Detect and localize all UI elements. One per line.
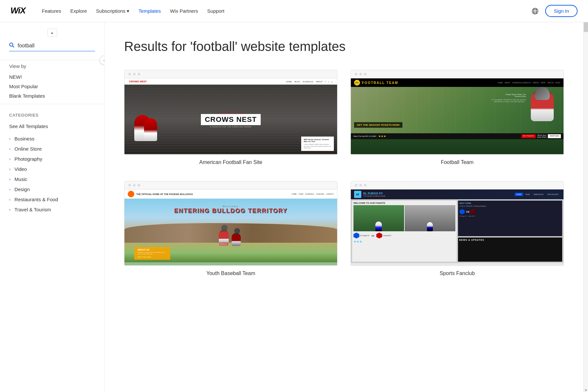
main-layout: ▲ ‹ View by NEW! Most Popular Blank Temp… — [0, 22, 588, 392]
view-option-blank-templates[interactable]: Blank Templates — [9, 91, 95, 101]
globe-icon[interactable] — [531, 8, 539, 15]
edit-button-4[interactable]: Edit — [460, 218, 481, 229]
categories-label: Categories — [9, 113, 95, 118]
view-button-4[interactable]: View — [433, 218, 456, 229]
category-item-photography[interactable]: › Photography — [9, 154, 95, 164]
sidebar-scroll-top: ▲ — [0, 29, 104, 39]
wix-logo[interactable]: WiX — [10, 5, 30, 17]
scrollbar-thumb[interactable] — [584, 22, 588, 32]
template-card-sports-fanclub[interactable]: EF EL FUEGO FC The Ultimate Unofficial F… — [351, 181, 564, 276]
template-preview-3: THE OFFICIAL HOME OF THE PHOENIX BULLDOG… — [124, 181, 337, 266]
sidebar-scroll-up-button[interactable]: ▲ — [47, 29, 57, 37]
view-option-new[interactable]: NEW! — [9, 72, 95, 82]
nav-support[interactable]: Support — [207, 8, 224, 14]
search-input[interactable] — [18, 43, 95, 49]
template-preview-4: EF EL FUEGO FC The Ultimate Unofficial F… — [351, 181, 564, 266]
chevron-right-icon: › — [9, 136, 10, 141]
category-item-design[interactable]: › Design — [9, 184, 95, 194]
template-name-3: Youth Baseball Team — [124, 270, 337, 276]
view-button-2[interactable]: View — [433, 106, 456, 118]
template-card-youth-baseball[interactable]: THE OFFICIAL HOME OF THE PHOENIX BULLDOG… — [124, 181, 337, 276]
edit-button-2[interactable]: Edit — [460, 106, 481, 118]
nav-links: Features Explore Subscriptions ▾ Templat… — [42, 8, 531, 14]
svg-point-6 — [10, 43, 13, 46]
template-card-football-team[interactable]: FT FOOTBALL TEAM HOME ABOUT SCHEDULE & R… — [351, 70, 564, 165]
results-title: Results for 'football' website templates — [124, 39, 564, 54]
template-name-1: American Football Fan Site — [124, 159, 337, 165]
chevron-right-icon: › — [9, 167, 10, 172]
chevron-right-icon: › — [9, 187, 10, 192]
nav-wix-partners[interactable]: Wix Partners — [170, 8, 198, 14]
template-card-american-football-fan[interactable]: CROWS NEST HOMEBLOGSCHEDULEABOUT fty — [124, 70, 337, 165]
search-icon — [9, 42, 14, 49]
search-container — [0, 39, 104, 57]
view-by-section: View by NEW! Most Popular Blank Template… — [0, 63, 104, 101]
chevron-right-icon: › — [9, 146, 10, 151]
template-name-4: Sports Fanclub — [351, 270, 564, 276]
sign-in-button[interactable]: Sign In — [545, 5, 578, 17]
see-all-templates-link[interactable]: See All Templates — [9, 122, 95, 131]
nav-right: Sign In — [531, 5, 578, 17]
scrollbar: ▲ ▼ — [583, 22, 588, 392]
category-item-travel-tourism[interactable]: › Travel & Tourism — [9, 204, 95, 215]
category-item-video[interactable]: › Video — [9, 164, 95, 174]
view-option-most-popular[interactable]: Most Popular — [9, 82, 95, 91]
nav-explore[interactable]: Explore — [70, 8, 87, 14]
scroll-down-arrow[interactable]: ▼ — [584, 388, 588, 392]
sidebar-divider-2 — [0, 104, 104, 104]
search-box — [9, 42, 95, 51]
chevron-right-icon: › — [9, 177, 10, 182]
nav-subscriptions[interactable]: Subscriptions ▾ — [96, 8, 129, 14]
chevron-right-icon: › — [9, 207, 10, 212]
svg-line-7 — [13, 46, 14, 48]
nav-templates[interactable]: Templates — [139, 8, 161, 14]
category-item-music[interactable]: › Music — [9, 174, 95, 184]
template-name-2: Football Team — [351, 159, 564, 165]
chevron-down-icon: ▾ — [127, 8, 129, 14]
sidebar: ▲ ‹ View by NEW! Most Popular Blank Temp… — [0, 22, 105, 392]
sidebar-divider-1 — [0, 60, 104, 60]
categories-section: Categories See All Templates › Business … — [0, 107, 104, 220]
top-navigation: WiX Features Explore Subscriptions ▾ Tem… — [0, 0, 588, 22]
svg-text:WiX: WiX — [10, 6, 26, 15]
chevron-right-icon: › — [9, 197, 10, 202]
template-preview-1: CROWS NEST HOMEBLOGSCHEDULEABOUT fty — [124, 70, 337, 155]
chevron-right-icon: › — [9, 156, 10, 161]
category-item-online-store[interactable]: › Online Store — [9, 144, 95, 154]
nav-features[interactable]: Features — [42, 8, 61, 14]
template-preview-2: FT FOOTBALL TEAM HOME ABOUT SCHEDULE & R… — [351, 70, 564, 155]
category-item-restaurants-food[interactable]: › Restaurants & Food — [9, 194, 95, 204]
category-item-business[interactable]: › Business — [9, 134, 95, 144]
main-content: Results for 'football' website templates… — [105, 22, 583, 392]
view-by-label: View by — [9, 63, 95, 69]
templates-grid: CROWS NEST HOMEBLOGSCHEDULEABOUT fty — [124, 70, 564, 276]
